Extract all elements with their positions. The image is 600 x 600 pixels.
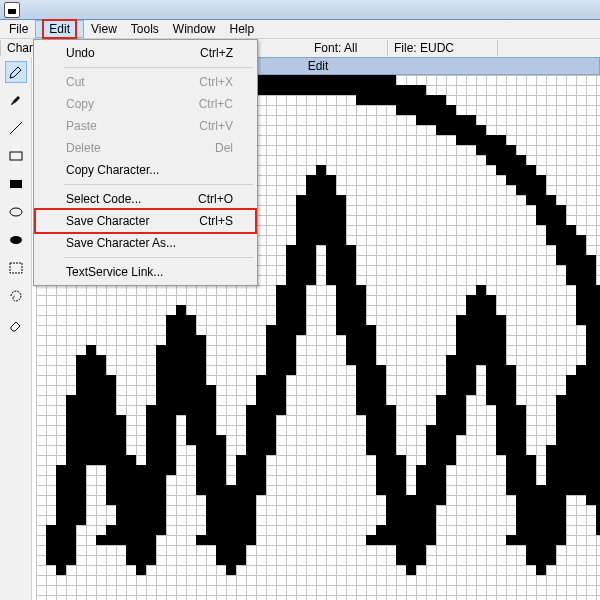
- menu-view[interactable]: View: [84, 20, 124, 38]
- menu-item-copy: CopyCtrl+C: [36, 93, 255, 115]
- menu-separator: [64, 184, 253, 185]
- menu-item-copy-character[interactable]: Copy Character...: [36, 159, 255, 181]
- app-icon: [4, 2, 20, 18]
- edit-menu-dropdown: UndoCtrl+ZCutCtrl+XCopyCtrl+CPasteCtrl+V…: [33, 39, 258, 286]
- tool-palette: [0, 57, 32, 600]
- menu-window[interactable]: Window: [166, 20, 223, 38]
- svg-rect-2: [10, 180, 22, 188]
- menu-file[interactable]: File: [2, 20, 35, 38]
- font-value: All: [344, 41, 357, 55]
- menu-item-textservice-link[interactable]: TextService Link...: [36, 261, 255, 283]
- svg-point-4: [10, 236, 22, 244]
- menu-edit[interactable]: Edit: [35, 20, 84, 38]
- svg-rect-1: [10, 152, 22, 160]
- tool-select-rect-icon[interactable]: [5, 257, 27, 279]
- tool-ellipse-icon[interactable]: [5, 201, 27, 223]
- menu-item-cut: CutCtrl+X: [36, 71, 255, 93]
- info-file: File: EUDC: [388, 40, 498, 56]
- menu-tools[interactable]: Tools: [124, 20, 166, 38]
- svg-line-0: [10, 122, 22, 134]
- title-bar: [0, 0, 600, 20]
- menu-help[interactable]: Help: [223, 20, 262, 38]
- tool-line-icon[interactable]: [5, 117, 27, 139]
- tool-select-free-icon[interactable]: [5, 285, 27, 307]
- tool-rect-icon[interactable]: [5, 145, 27, 167]
- highlighted-item: Save CharacterCtrl+S: [34, 208, 257, 234]
- file-label: File:: [394, 41, 417, 55]
- tool-pencil-icon[interactable]: [5, 61, 27, 83]
- svg-point-3: [10, 208, 22, 216]
- menu-item-save-character[interactable]: Save CharacterCtrl+S: [36, 210, 255, 232]
- tool-brush-icon[interactable]: [5, 89, 27, 111]
- menu-separator: [64, 257, 253, 258]
- menu-item-delete: DeleteDel: [36, 137, 255, 159]
- menu-bar: FileEditViewToolsWindowHelp: [0, 20, 600, 39]
- font-label: Font:: [314, 41, 341, 55]
- menu-item-save-character-as[interactable]: Save Character As...: [36, 232, 255, 254]
- svg-rect-5: [10, 263, 22, 273]
- tool-eraser-icon[interactable]: [5, 313, 27, 335]
- menu-item-undo[interactable]: UndoCtrl+Z: [36, 42, 255, 64]
- info-font: Font: All: [308, 40, 388, 56]
- menu-item-select-code[interactable]: Select Code...Ctrl+O: [36, 188, 255, 210]
- menu-separator: [64, 67, 253, 68]
- file-value: EUDC: [420, 41, 454, 55]
- menu-item-paste: PasteCtrl+V: [36, 115, 255, 137]
- tool-rect-filled-icon[interactable]: [5, 173, 27, 195]
- tool-ellipse-filled-icon[interactable]: [5, 229, 27, 251]
